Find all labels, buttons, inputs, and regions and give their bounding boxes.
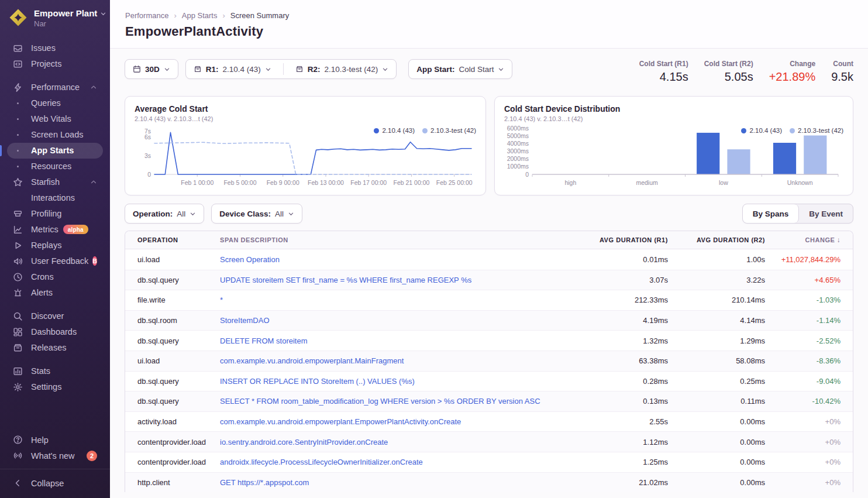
sidebar-item-performance[interactable]: Performance [7, 80, 103, 95]
table-row[interactable]: db.sql.query UPDATE storeitem SET first_… [125, 270, 853, 290]
release-r2-button[interactable]: R2: 2.10.3-test (42) [288, 60, 396, 78]
sidebar-item-label: App Starts [31, 146, 74, 155]
span-description-link[interactable]: com.example.vu.android.empowerplant.Empo… [220, 417, 461, 426]
change-cell: -1.14% [765, 316, 853, 325]
header-avg-duration-r2[interactable]: AVG DURATION (R2) [668, 236, 765, 243]
sidebar-item-crons[interactable]: Crons [7, 269, 103, 285]
span-description-link[interactable]: UPDATE storeitem SET first_name = %s WHE… [220, 276, 471, 284]
svg-text:high: high [564, 179, 576, 186]
svg-text:4000ms: 4000ms [507, 140, 529, 147]
legend-dot-icon [790, 128, 795, 133]
sidebar-item-label: Queries [31, 98, 61, 108]
avg-duration-r2-cell: 1.29ms [668, 336, 765, 345]
svg-text:Unknown: Unknown [787, 179, 813, 186]
sidebar-item-label: Help [31, 435, 49, 445]
header-change[interactable]: CHANGE ↓ [765, 236, 853, 244]
metric-cold-start-r1: Cold Start (R1) 4.15s [639, 60, 688, 84]
table-row[interactable]: file.write * 212.33ms 210.14ms -1.03% [125, 290, 853, 310]
date-range-button[interactable]: 30D [125, 59, 178, 79]
breadcrumb-app-starts[interactable]: App Starts [182, 11, 218, 20]
sidebar-item-discover[interactable]: Discover [7, 308, 103, 324]
bullet-icon [12, 166, 31, 167]
breadcrumb: Performance › App Starts › Screen Summar… [125, 11, 853, 20]
header-avg-duration-r1[interactable]: AVG DURATION (R1) [571, 236, 668, 243]
sidebar-item-profiling[interactable]: Profiling [7, 206, 103, 222]
operation-cell: db.sql.query [125, 377, 220, 386]
release-r1-button[interactable]: R1: 2.10.4 (43) [186, 60, 279, 78]
sidebar-item-screen-loads[interactable]: Screen Loads [7, 127, 103, 143]
breadcrumb-performance[interactable]: Performance [125, 11, 168, 20]
span-description-link[interactable]: StoreItemDAO [220, 316, 270, 325]
header-operation[interactable]: OPERATION [125, 236, 220, 243]
header-span-description[interactable]: SPAN DESCRIPTION [220, 236, 571, 243]
table-row[interactable]: contentprovider.load androidx.lifecycle.… [125, 452, 853, 472]
sidebar-item-issues[interactable]: Issues [7, 40, 103, 56]
sidebar-item-releases[interactable]: Releases [7, 340, 103, 356]
sidebar-item-collapse[interactable]: Collapse [7, 475, 103, 491]
sidebar-item-alerts[interactable]: Alerts [7, 285, 103, 301]
sidebar-item-stats[interactable]: Stats [7, 363, 103, 379]
table-row[interactable]: http.client GET https://*.appspot.com 21… [125, 472, 853, 493]
svg-text:2000ms: 2000ms [507, 155, 529, 162]
legend-item[interactable]: 2.10.3-test (42) [422, 127, 476, 134]
sidebar-item-projects[interactable]: Projects [7, 56, 103, 72]
avg-duration-r1-cell: 1.12ms [571, 438, 668, 447]
legend-label: 2.10.3-test (42) [798, 127, 843, 134]
table-row[interactable]: contentprovider.load io.sentry.android.c… [125, 431, 853, 452]
divider [283, 63, 284, 75]
span-description-link[interactable]: SELECT * FROM room_table_modification_lo… [220, 397, 540, 406]
sidebar-item-replays[interactable]: Replays [7, 238, 103, 253]
alerts-icon [12, 287, 23, 298]
nav-group: StatsSettings [7, 363, 103, 395]
legend-item[interactable]: 2.10.4 (43) [374, 127, 415, 134]
sidebar-item-dashboards[interactable]: Dashboards [7, 324, 103, 340]
sidebar-item-help[interactable]: Help [7, 432, 103, 448]
span-description-link[interactable]: DELETE FROM storeitem [220, 336, 308, 345]
operation-cell: ui.load [125, 255, 220, 264]
span-description-link[interactable]: * [220, 296, 223, 304]
span-description-link[interactable]: io.sentry.android.core.SentryInitProvide… [220, 438, 388, 447]
app-start-type-button[interactable]: App Start: Cold Start [408, 59, 512, 79]
nav-group: DiscoverDashboardsReleases [7, 308, 103, 356]
legend-item[interactable]: 2.10.4 (43) [741, 127, 782, 134]
table-row[interactable]: ui.load com.example.vu.android.empowerpl… [125, 351, 853, 371]
avg-cold-start-panel: Average Cold Start 2.10.4 (43) v. 2.10.3… [125, 96, 486, 195]
tab-by-event[interactable]: By Event [799, 204, 853, 223]
sidebar-item-settings[interactable]: Settings [7, 379, 103, 395]
change-cell: +0% [765, 438, 853, 447]
table-row[interactable]: db.sql.query SELECT * FROM room_table_mo… [125, 391, 853, 411]
org-switcher[interactable]: Empower Plant Nar [0, 0, 110, 38]
legend-item[interactable]: 2.10.3-test (42) [790, 127, 843, 134]
device-class-filter-button[interactable]: Device Class: All [211, 204, 302, 224]
operation-filter-button[interactable]: Operation: All [125, 204, 204, 224]
svg-text:Feb 5 00:00: Feb 5 00:00 [223, 179, 256, 186]
sidebar-item-resources[interactable]: Resources [7, 159, 103, 174]
table-row[interactable]: activity.load com.example.vu.android.emp… [125, 411, 853, 432]
sidebar-item-metrics[interactable]: Metricsalpha [7, 222, 103, 238]
change-cell: +0% [765, 458, 853, 466]
sidebar-item-app-starts[interactable]: App Starts [7, 143, 103, 159]
span-description-link[interactable]: INSERT OR REPLACE INTO StoreItem (..) VA… [220, 377, 415, 386]
sidebar-item-label: Profiling [31, 209, 61, 218]
sidebar-item-what-s-new[interactable]: What's new2 [7, 448, 103, 463]
span-description-link[interactable]: GET https://*.appspot.com [220, 478, 309, 487]
chevron-up-icon [90, 84, 97, 91]
operation-cell: http.client [125, 478, 220, 487]
table-row[interactable]: ui.load Screen Operation 0.01ms 1.00s +1… [125, 249, 853, 270]
span-description-link[interactable]: Screen Operation [220, 255, 280, 264]
sidebar-item-starfish[interactable]: Starfish [7, 174, 103, 190]
sidebar-item-queries[interactable]: Queries [7, 95, 103, 111]
page-title: EmpowerPlantActivity [125, 24, 853, 39]
sidebar-item-web-vitals[interactable]: Web Vitals [7, 111, 103, 127]
table-row[interactable]: db.sql.query INSERT OR REPLACE INTO Stor… [125, 371, 853, 391]
table-body: ui.load Screen Operation 0.01ms 1.00s +1… [125, 249, 853, 492]
chart-legend: 2.10.4 (43)2.10.3-test (42) [741, 127, 843, 134]
span-description-link[interactable]: com.example.vu.android.empowerplant.Main… [220, 356, 404, 365]
span-description-link[interactable]: androidx.lifecycle.ProcessLifecycleOwner… [220, 458, 423, 466]
sidebar-item-label: User Feedback [31, 256, 88, 266]
sidebar-item-interactions[interactable]: Interactions [7, 190, 103, 206]
sidebar-item-user-feedback[interactable]: User FeedbackB [7, 253, 103, 269]
table-row[interactable]: db.sql.query DELETE FROM storeitem 1.32m… [125, 330, 853, 351]
table-row[interactable]: db.sql.room StoreItemDAO 4.19ms 4.14ms -… [125, 310, 853, 331]
tab-by-spans[interactable]: By Spans [743, 204, 800, 223]
